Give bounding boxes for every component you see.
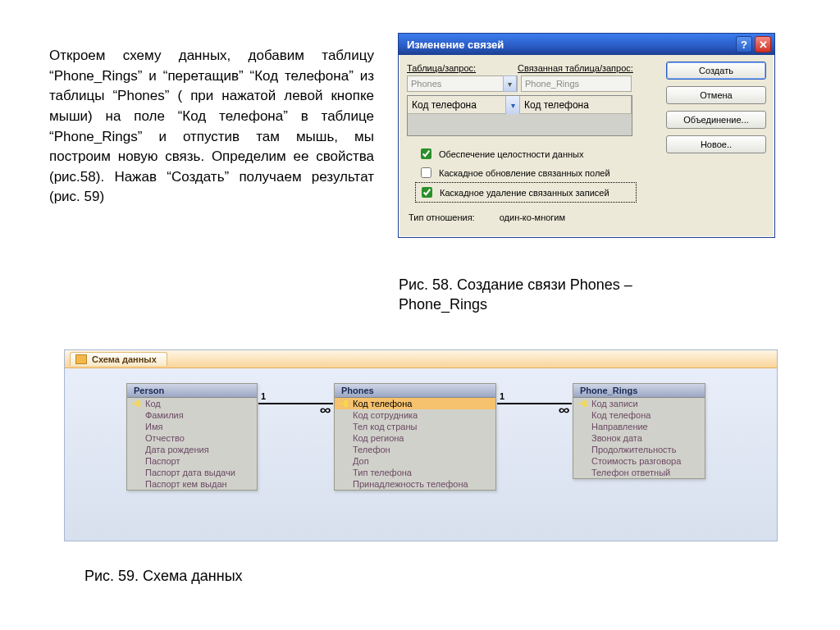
- field-row[interactable]: Стоимость разговора: [573, 455, 705, 467]
- relationships-window: Схема данных Person Код Фамилия Имя Отче…: [64, 349, 778, 541]
- join-type-button[interactable]: Объединение...: [666, 111, 766, 129]
- field-row[interactable]: Имя: [127, 421, 257, 432]
- cardinality-many: ∞: [320, 403, 331, 418]
- field-mapping-grid: Код телефона ▾ Код телефона: [407, 95, 632, 136]
- chevron-down-icon[interactable]: ▾: [505, 96, 519, 114]
- schema-canvas[interactable]: Person Код Фамилия Имя Отчество Дата рож…: [65, 368, 777, 541]
- field-row[interactable]: Паспорт кем выдан: [127, 478, 257, 490]
- field-row[interactable]: Тип телефона: [335, 467, 495, 478]
- field-row[interactable]: Дата рождения: [127, 444, 257, 455]
- table-phones[interactable]: Phones Код телефона Код сотрудника Тел к…: [334, 383, 496, 491]
- label-related-table: Связанная таблица/запрос:: [518, 63, 649, 73]
- cardinality-one: 1: [500, 391, 504, 401]
- field-row[interactable]: Паспорт: [127, 455, 257, 467]
- edit-relationships-dialog: Изменение связей ? ✕ Таблица/запрос: Свя…: [398, 33, 775, 238]
- field-row[interactable]: Отчество: [127, 432, 257, 444]
- field-row[interactable]: Код телефона: [335, 398, 495, 409]
- help-icon[interactable]: ?: [736, 36, 752, 52]
- field-row[interactable]: Принадлежность телефона: [335, 478, 495, 490]
- field-row[interactable]: Код региона: [335, 432, 495, 444]
- field-row[interactable]: Код телефона: [573, 409, 705, 421]
- field-left-cell[interactable]: Код телефона ▾: [408, 96, 520, 114]
- chevron-down-icon[interactable]: ▾: [503, 75, 517, 92]
- checkbox-cascade-update[interactable]: Каскадное обновление связанных полей: [415, 163, 637, 182]
- checkbox-integrity[interactable]: Обеспечение целостности данных: [415, 144, 637, 163]
- combo-left-table[interactable]: Phones ▾: [407, 75, 518, 92]
- field-row[interactable]: Телефон ответный: [573, 467, 705, 478]
- field-row[interactable]: Направление: [573, 421, 705, 432]
- field-row[interactable]: Продолжительность: [573, 444, 705, 455]
- dialog-titlebar[interactable]: Изменение связей ? ✕: [399, 34, 774, 55]
- cancel-button[interactable]: Отмена: [666, 86, 766, 104]
- table-phone-rings[interactable]: Phone_Rings Код записи Код телефона Напр…: [573, 383, 705, 479]
- caption-figure-59: Рис. 59. Схема данных: [84, 568, 243, 585]
- value-relationship-type: один-ко-многим: [500, 212, 565, 222]
- field-row[interactable]: Звонок дата: [573, 432, 705, 444]
- table-person[interactable]: Person Код Фамилия Имя Отчество Дата рож…: [126, 383, 258, 491]
- label-table-query: Таблица/запрос:: [407, 63, 518, 73]
- caption-figure-58: Рис. 58. Создание связи Phones – Phone_R…: [399, 275, 710, 315]
- field-row[interactable]: Код сотрудника: [335, 409, 495, 421]
- field-right-cell[interactable]: Код телефона: [520, 96, 632, 114]
- relationships-tab[interactable]: Схема данных: [65, 350, 777, 368]
- combo-right-table[interactable]: Phone_Rings: [521, 75, 632, 92]
- field-row[interactable]: Фамилия: [127, 409, 257, 421]
- checkbox-cascade-delete[interactable]: Каскадное удаление связанных записей: [415, 182, 637, 203]
- field-row[interactable]: Код записи: [573, 398, 705, 409]
- dialog-title: Изменение связей: [407, 39, 733, 51]
- create-button[interactable]: Создать: [666, 62, 766, 80]
- field-row[interactable]: Телефон: [335, 444, 495, 455]
- field-row[interactable]: Тел код страны: [335, 421, 495, 432]
- field-row[interactable]: Код: [127, 398, 257, 409]
- label-relationship-type: Тип отношения:: [409, 212, 475, 222]
- relationships-icon: [75, 354, 87, 364]
- paragraph-explanation: Откроем схему данных, добавим таблицу “P…: [49, 46, 374, 208]
- field-row[interactable]: Паспорт дата выдачи: [127, 467, 257, 478]
- new-button[interactable]: Новое..: [666, 135, 766, 153]
- cardinality-many: ∞: [559, 403, 570, 418]
- field-row[interactable]: Доп: [335, 455, 495, 467]
- close-icon[interactable]: ✕: [755, 36, 771, 52]
- cardinality-one: 1: [261, 391, 266, 401]
